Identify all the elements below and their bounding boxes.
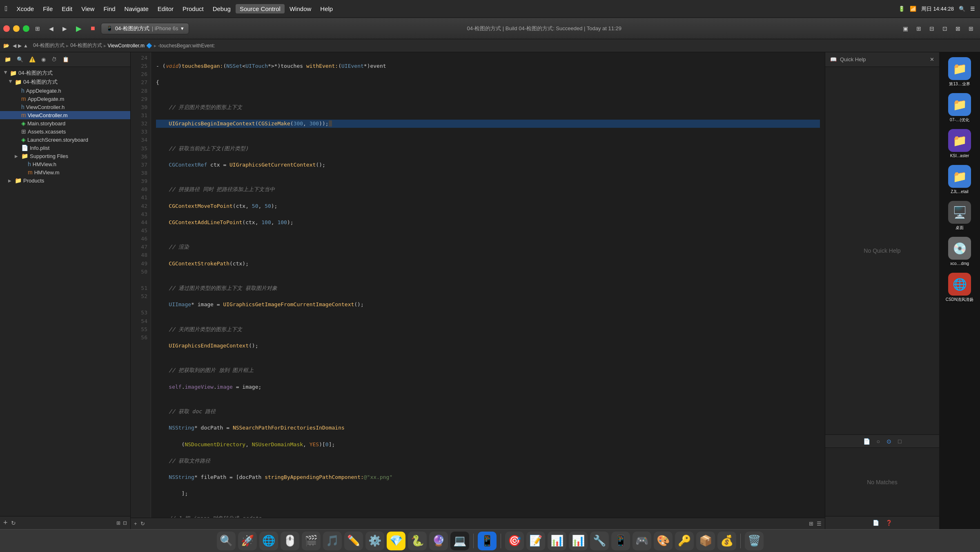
editor-standard-button[interactable]: ▣ bbox=[900, 24, 911, 33]
tree-item-root[interactable]: ▶ 📁 04-检图的方式 bbox=[0, 69, 130, 78]
tree-item-supporting[interactable]: ▶ 📁 Supporting Files bbox=[0, 152, 130, 160]
tree-item-hmview-h[interactable]: h HMView.h bbox=[0, 160, 130, 168]
breadcrumb-part-1[interactable]: 04-检图的方式 bbox=[33, 42, 65, 49]
desktop-icon-2[interactable]: 📁 07-…(优化 bbox=[943, 91, 976, 124]
sidebar-btn-reports[interactable]: 📋 bbox=[60, 55, 71, 64]
dock-app6[interactable]: 📦 bbox=[696, 532, 715, 550]
dock-music[interactable]: 🎵 bbox=[323, 532, 342, 550]
menu-view[interactable]: View bbox=[77, 4, 98, 13]
play-button[interactable]: ▶ bbox=[73, 22, 85, 35]
dock-quicktime[interactable]: 🎬 bbox=[302, 532, 321, 550]
dock-settings[interactable]: ⚙️ bbox=[365, 532, 384, 550]
file-inspector-tab[interactable]: 📄 bbox=[873, 520, 879, 526]
menu-source-control[interactable]: Source Control bbox=[236, 4, 285, 13]
apple-menu[interactable]:  bbox=[5, 4, 8, 13]
maximize-button[interactable] bbox=[23, 25, 29, 32]
breadcrumb-part-4[interactable]: -touchesBegan:withEvent: bbox=[158, 43, 215, 49]
dock-app4[interactable]: 🎨 bbox=[654, 532, 673, 550]
dock-app2[interactable]: 📱 bbox=[611, 532, 630, 550]
dock-trash[interactable]: 🗑️ bbox=[745, 532, 764, 550]
desktop-icon-6[interactable]: 💿 xco....dmg bbox=[943, 235, 976, 268]
tree-item-subroot[interactable]: ▶ 📁 04-检图的方式 bbox=[0, 78, 130, 87]
dock-launchpad[interactable]: 🚀 bbox=[238, 532, 257, 550]
breadcrumb-part-3[interactable]: ViewController.m bbox=[108, 43, 145, 49]
tree-item-assets[interactable]: ⊞ Assets.xcassets bbox=[0, 127, 130, 136]
add-file-button[interactable]: + bbox=[3, 519, 8, 527]
dock-sublimetext[interactable]: 🔮 bbox=[429, 532, 448, 550]
layout-button-3[interactable]: ⊞ bbox=[965, 24, 977, 33]
dock-app7[interactable]: 💰 bbox=[717, 532, 736, 550]
layout-button-1[interactable]: ⊡ bbox=[939, 24, 951, 33]
dock-python[interactable]: 🐍 bbox=[408, 532, 427, 550]
sidebar-btn-folder[interactable]: 📁 bbox=[2, 55, 13, 64]
quick-help-tab[interactable]: ❓ bbox=[886, 520, 892, 526]
tree-item-appdelegate-h[interactable]: h AppDelegate.h bbox=[0, 87, 130, 95]
stop-button[interactable]: ■ bbox=[87, 22, 98, 34]
desktop-icon-4[interactable]: 📁 ZJL...etail bbox=[943, 163, 976, 196]
dock-xcode[interactable]: 📱 bbox=[478, 532, 497, 550]
dock-finder[interactable]: 🔍 bbox=[217, 532, 236, 550]
filter-button[interactable]: ↻ bbox=[11, 520, 16, 526]
tree-item-products[interactable]: ▶ 📁 Products bbox=[0, 176, 130, 185]
desktop-icon-5[interactable]: 🖥️ 桌面 bbox=[943, 199, 976, 232]
dock-excel[interactable]: 📊 bbox=[548, 532, 566, 550]
menu-editor[interactable]: Editor bbox=[154, 4, 178, 13]
dock-ppt[interactable]: 📊 bbox=[569, 532, 588, 550]
breadcrumb-arrow-left[interactable]: ◀ bbox=[13, 43, 16, 49]
dock-safari[interactable]: 🌐 bbox=[259, 532, 278, 550]
forward-button[interactable]: ▶ bbox=[59, 24, 70, 33]
tree-item-appdelegate-m[interactable]: m AppDelegate.m bbox=[0, 95, 130, 103]
doc-button[interactable]: 📄 bbox=[863, 438, 870, 445]
sidebar-btn-history[interactable]: ⏱ bbox=[49, 55, 59, 64]
dock-app1[interactable]: 🔧 bbox=[590, 532, 609, 550]
tree-item-main-storyboard[interactable]: ◈ Main.storyboard bbox=[0, 119, 130, 127]
tree-item-viewcontroller-h[interactable]: h ViewController.h bbox=[0, 103, 130, 111]
tree-item-info-plist[interactable]: 📄 Info.plist bbox=[0, 144, 130, 152]
sidebar-btn-search[interactable]: 🔍 bbox=[15, 55, 25, 64]
dock-mouse[interactable]: 🖱️ bbox=[281, 532, 299, 550]
menu-debug[interactable]: Debug bbox=[209, 4, 235, 13]
code-content[interactable]: - (void)touchesBegan:(NSSet<UITouch*>*)t… bbox=[151, 52, 825, 518]
breadcrumb-arrow-right[interactable]: ▶ bbox=[18, 43, 22, 49]
desktop-icon-1[interactable]: 📁 第13…业界 bbox=[943, 56, 976, 88]
navigator-toggle[interactable]: ⊞ bbox=[32, 24, 43, 33]
desktop-icon-3[interactable]: 📁 KSI...aster bbox=[943, 127, 976, 160]
dock-app5[interactable]: 🔑 bbox=[675, 532, 694, 550]
sidebar-view-btn-1[interactable]: ⊞ bbox=[116, 520, 120, 526]
tree-item-launchscreen[interactable]: ◈ LaunchScreen.storyboard bbox=[0, 136, 130, 144]
dock-word[interactable]: 📝 bbox=[526, 532, 545, 550]
close-button[interactable] bbox=[3, 25, 10, 32]
menu-notification-icon[interactable]: ☰ bbox=[970, 6, 975, 12]
menu-edit[interactable]: Edit bbox=[58, 4, 76, 13]
tree-item-hmview-m[interactable]: m HMView.m bbox=[0, 168, 130, 176]
menu-navigate[interactable]: Navigate bbox=[120, 4, 153, 13]
minimize-button[interactable] bbox=[13, 25, 20, 32]
menu-help[interactable]: Help bbox=[316, 4, 337, 13]
layout-button-2[interactable]: ⊠ bbox=[952, 24, 964, 33]
refresh-button[interactable]: ↻ bbox=[140, 521, 145, 527]
sidebar-view-btn-2[interactable]: ⊡ bbox=[123, 520, 127, 526]
editor-assistant-button[interactable]: ⊞ bbox=[913, 24, 924, 33]
menu-file[interactable]: File bbox=[39, 4, 57, 13]
grid-view-button[interactable]: ⊞ bbox=[809, 521, 813, 527]
menu-window[interactable]: Window bbox=[285, 4, 315, 13]
inspector-close-icon[interactable]: ✕ bbox=[930, 56, 934, 62]
add-button[interactable]: + bbox=[134, 521, 137, 527]
back-button[interactable]: ◀ bbox=[46, 24, 57, 33]
editor-version-button[interactable]: ⊟ bbox=[926, 24, 938, 33]
menu-search-icon[interactable]: 🔍 bbox=[959, 6, 965, 12]
list-view-button[interactable]: ☰ bbox=[817, 521, 822, 527]
dock-app3[interactable]: 🎮 bbox=[633, 532, 651, 550]
menu-product[interactable]: Product bbox=[178, 4, 208, 13]
breadcrumb-part-2[interactable]: 04-检图的方式 bbox=[70, 42, 102, 49]
menu-find[interactable]: Find bbox=[99, 4, 119, 13]
sidebar-btn-warning[interactable]: ⚠️ bbox=[27, 55, 38, 64]
dock-terminal[interactable]: 💻 bbox=[450, 532, 469, 550]
breadcrumb-arrow-up[interactable]: ▲ bbox=[23, 43, 28, 49]
circle-button[interactable]: ○ bbox=[877, 438, 880, 445]
dock-system-pref[interactable]: 🎯 bbox=[505, 532, 524, 550]
menu-xcode[interactable]: Xcode bbox=[13, 4, 38, 13]
sidebar-btn-breakpoints[interactable]: ◉ bbox=[39, 55, 48, 64]
dock-sketch[interactable]: 💎 bbox=[387, 532, 405, 550]
scheme-selector[interactable]: 📱 04-检图的方式 | iPhone 6s ▾ bbox=[101, 23, 189, 34]
